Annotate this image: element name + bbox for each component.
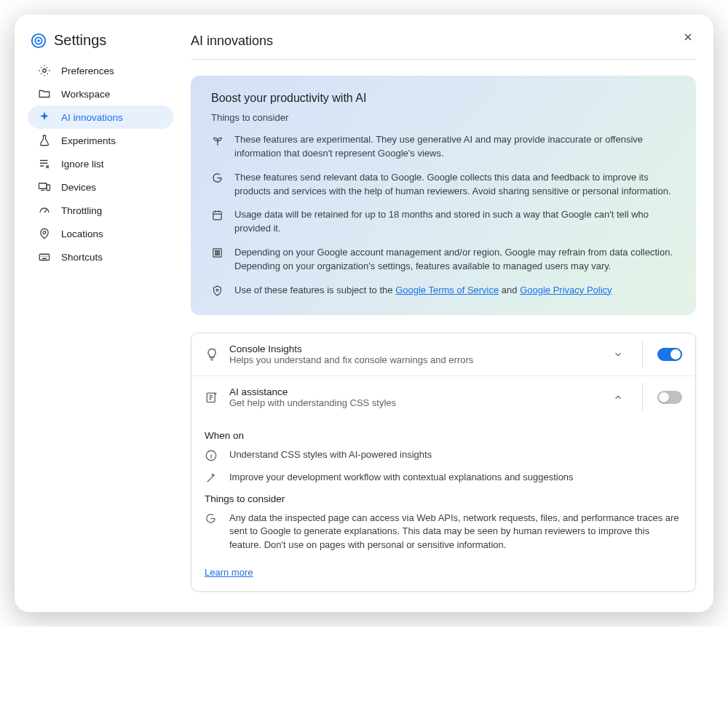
sidebar-item-label: Shortcuts — [61, 252, 103, 263]
sidebar-item-workspace[interactable]: Workspace — [28, 82, 173, 106]
svg-rect-7 — [39, 254, 50, 260]
banner-list: These features are experimental. They us… — [211, 133, 676, 298]
settings-title: Settings — [54, 32, 106, 49]
sidebar-list: Preferences Workspace AI innovations Exp… — [28, 59, 173, 269]
google-g-icon — [211, 171, 224, 199]
flask-icon — [38, 134, 51, 147]
location-icon — [38, 227, 51, 240]
settings-window: Settings Preferences Workspace AI innova… — [15, 15, 713, 612]
row-divider — [642, 341, 643, 368]
folder-icon — [38, 87, 51, 100]
when-on-heading: When on — [205, 430, 682, 441]
feature-title: AI assistance — [229, 386, 598, 397]
feature-subtitle: Helps you understand and fix console war… — [229, 354, 598, 365]
main-content: AI innovations Boost your productivity w… — [191, 28, 696, 592]
banner-item-data: These features send relevant data to Goo… — [211, 171, 676, 199]
seedling-icon — [211, 133, 224, 161]
sidebar-item-ai-innovations[interactable]: AI innovations — [28, 106, 173, 129]
svg-point-6 — [43, 231, 46, 234]
google-g-icon — [205, 512, 218, 525]
svg-point-10 — [216, 289, 218, 291]
lightbulb-icon — [205, 347, 219, 362]
banner-item-experimental: These features are experimental. They us… — [211, 133, 676, 161]
sidebar-item-experiments[interactable]: Experiments — [28, 129, 173, 152]
svg-point-2 — [37, 39, 40, 42]
sidebar-item-shortcuts[interactable]: Shortcuts — [28, 245, 173, 269]
when-on-text: Understand CSS styles with AI-powered in… — [229, 448, 432, 462]
chevron-up-icon — [613, 392, 623, 402]
banner-item-text: These features send relevant data to Goo… — [234, 171, 676, 199]
sidebar-item-preferences[interactable]: Preferences — [28, 59, 173, 82]
info-icon — [205, 448, 218, 462]
banner-item-terms: Use of these features is subject to the … — [211, 284, 676, 298]
sidebar-item-label: Throttling — [61, 205, 102, 216]
banner-subtitle: Things to consider — [211, 112, 676, 123]
calendar-icon — [211, 208, 224, 236]
sidebar: Settings Preferences Workspace AI innova… — [28, 28, 173, 592]
wand-icon — [205, 471, 218, 485]
when-on-text: Improve your development workflow with c… — [229, 471, 574, 485]
sidebar-item-label: Devices — [61, 182, 96, 193]
expand-button-console-insights[interactable] — [609, 349, 628, 359]
svg-rect-9 — [213, 249, 221, 257]
settings-logo-icon — [31, 33, 47, 49]
sidebar-item-label: Preferences — [61, 65, 114, 76]
ai-assistance-icon — [205, 390, 219, 405]
ignore-list-icon — [38, 157, 51, 170]
sidebar-item-label: Workspace — [61, 89, 110, 100]
feature-title: Console Insights — [229, 343, 598, 354]
consider-item: Any data the inspected page can access v… — [205, 512, 682, 553]
toggle-console-insights[interactable] — [657, 348, 682, 361]
feature-row-console-insights: Console Insights Helps you understand an… — [191, 333, 695, 376]
collapse-button-ai-assistance[interactable] — [609, 392, 628, 402]
features-card: Console Insights Helps you understand an… — [191, 333, 696, 592]
svg-rect-5 — [47, 185, 50, 191]
sidebar-item-label: Locations — [61, 229, 103, 239]
sparkle-icon — [38, 111, 51, 124]
when-on-item: Understand CSS styles with AI-powered in… — [205, 448, 682, 462]
devices-icon — [38, 180, 51, 194]
feature-subtitle: Get help with understanding CSS styles — [229, 397, 598, 408]
chevron-down-icon — [613, 349, 623, 359]
toggle-ai-assistance[interactable] — [657, 391, 682, 404]
keyboard-icon — [38, 250, 51, 263]
feature-row-ai-assistance: AI assistance Get help with understandin… — [191, 376, 695, 418]
ai-banner: Boost your productivity with AI Things t… — [191, 76, 696, 315]
svg-rect-4 — [39, 183, 47, 189]
svg-rect-8 — [213, 212, 221, 220]
ai-assistance-details: When on Understand CSS styles with AI-po… — [191, 418, 695, 592]
sidebar-item-label: AI innovations — [61, 112, 123, 123]
banner-title: Boost your productivity with AI — [211, 92, 676, 105]
sidebar-item-devices[interactable]: Devices — [28, 175, 173, 199]
page-title: AI innovations — [191, 28, 696, 60]
gear-icon — [38, 64, 51, 77]
terms-of-service-link[interactable]: Google Terms of Service — [395, 285, 499, 295]
gauge-icon — [38, 204, 51, 217]
banner-item-text: Depending on your Google account managem… — [234, 246, 676, 274]
consider-heading: Things to consider — [205, 493, 682, 504]
banner-item-text: Use of these features is subject to the … — [234, 284, 612, 298]
shield-icon — [211, 284, 224, 298]
banner-item-text: Usage data will be retained for up to 18… — [234, 208, 676, 236]
banner-item-retention: Usage data will be retained for up to 18… — [211, 208, 676, 236]
sidebar-item-locations[interactable]: Locations — [28, 222, 173, 245]
settings-header: Settings — [31, 32, 170, 49]
sidebar-item-ignore-list[interactable]: Ignore list — [28, 152, 173, 175]
close-icon — [682, 31, 694, 43]
banner-item-text: These features are experimental. They us… — [234, 133, 676, 161]
when-on-item: Improve your development workflow with c… — [205, 471, 682, 485]
banner-item-account: Depending on your Google account managem… — [211, 246, 676, 274]
sidebar-item-label: Experiments — [61, 135, 116, 146]
consider-text: Any data the inspected page can access v… — [229, 512, 682, 553]
close-button[interactable] — [677, 26, 699, 48]
row-divider — [642, 384, 643, 411]
sidebar-item-throttling[interactable]: Throttling — [28, 199, 173, 222]
svg-point-3 — [43, 69, 47, 73]
learn-more-link[interactable]: Learn more — [205, 567, 253, 578]
sidebar-item-label: Ignore list — [61, 159, 104, 170]
privacy-policy-link[interactable]: Google Privacy Policy — [520, 285, 612, 295]
enterprise-icon — [211, 246, 224, 274]
